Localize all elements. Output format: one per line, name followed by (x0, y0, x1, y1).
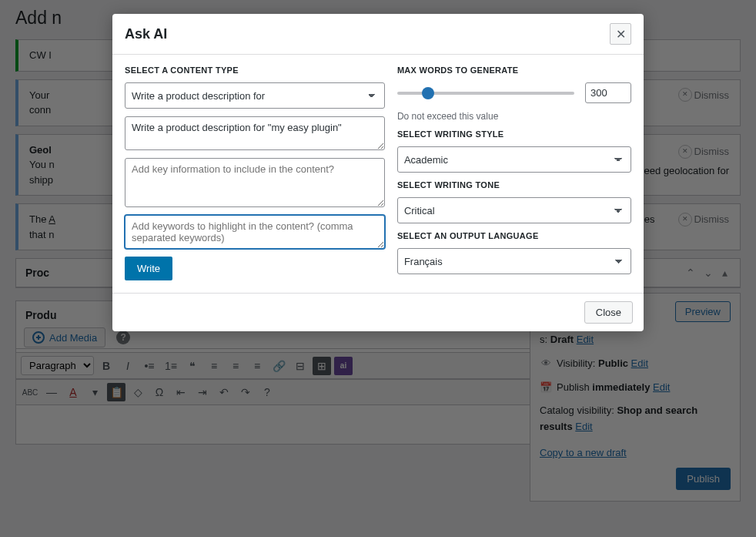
max-words-input[interactable] (585, 82, 631, 103)
writing-style-select[interactable]: Academic (397, 146, 631, 173)
close-button[interactable]: Close (584, 301, 633, 324)
max-words-label: MAX WORDS TO GENERATE (397, 65, 631, 75)
max-words-slider[interactable] (397, 92, 574, 95)
output-language-label: SELECT AN OUTPUT LANGUAGE (397, 231, 631, 240)
max-words-hint: Do not exceed this value (397, 111, 631, 122)
writing-tone-label: SELECT WRITING TONE (397, 180, 631, 190)
content-type-select[interactable]: Write a product description for (125, 82, 385, 109)
modal-title: Ask AI (125, 26, 167, 42)
keywords-textarea[interactable] (125, 215, 385, 249)
output-language-select[interactable]: Français (397, 248, 631, 274)
modal-left-column: SELECT A CONTENT TYPE Write a product de… (125, 65, 385, 280)
content-type-label: SELECT A CONTENT TYPE (125, 65, 385, 75)
write-button[interactable]: Write (125, 257, 172, 280)
key-info-textarea[interactable] (125, 158, 385, 207)
writing-style-label: SELECT WRITING STYLE (397, 129, 631, 139)
close-icon[interactable]: ✕ (610, 23, 631, 45)
ask-ai-modal: Ask AI ✕ SELECT A CONTENT TYPE Write a p… (112, 14, 644, 331)
modal-overlay: Ask AI ✕ SELECT A CONTENT TYPE Write a p… (0, 0, 756, 537)
writing-tone-select[interactable]: Critical (397, 197, 631, 223)
modal-right-column: MAX WORDS TO GENERATE Do not exceed this… (397, 65, 631, 280)
prompt-textarea[interactable]: Write a product description for "my easy… (125, 116, 385, 150)
